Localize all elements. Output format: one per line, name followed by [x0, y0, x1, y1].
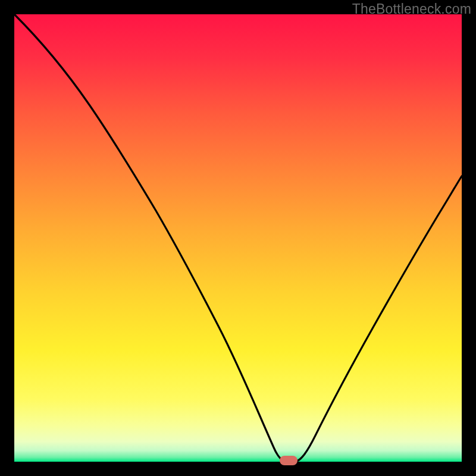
watermark-text: TheBottleneck.com — [352, 1, 471, 17]
plot-area — [14, 14, 462, 462]
optimal-marker — [280, 456, 298, 465]
chart-svg — [0, 0, 476, 476]
chart-container: TheBottleneck.com — [0, 0, 476, 476]
